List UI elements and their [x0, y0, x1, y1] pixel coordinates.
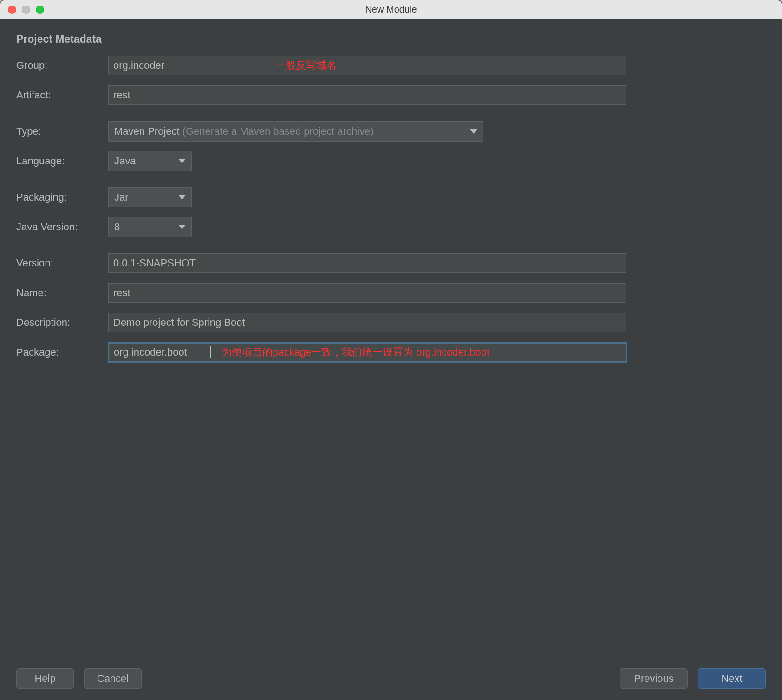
row-language: Language: Java [16, 150, 766, 172]
section-title: Project Metadata [16, 33, 766, 45]
language-select[interactable]: Java [108, 151, 192, 171]
row-group: Group: 一般反写域名 [16, 55, 766, 76]
row-description: Description: [16, 312, 766, 333]
java-version-select-value: 8 [114, 221, 120, 233]
label-name: Name: [16, 287, 108, 299]
chevron-down-icon [178, 225, 186, 229]
new-module-dialog: New Module Project Metadata Group: 一般反写域… [0, 0, 782, 700]
close-icon[interactable] [8, 6, 16, 14]
label-packaging: Packaging: [16, 191, 108, 203]
type-select-hint: (Generate a Maven based project archive) [182, 125, 374, 137]
row-version: Version: [16, 253, 766, 274]
language-select-value: Java [114, 155, 136, 167]
previous-button[interactable]: Previous [620, 668, 688, 689]
type-select[interactable]: Maven Project (Generate a Maven based pr… [108, 121, 483, 142]
label-group: Group: [16, 59, 108, 71]
row-packaging: Packaging: Jar [16, 187, 766, 208]
group-input[interactable] [108, 56, 626, 75]
java-version-select[interactable]: 8 [108, 217, 192, 237]
package-input[interactable] [108, 343, 626, 362]
chevron-down-icon [178, 195, 186, 200]
name-input[interactable] [108, 283, 626, 303]
packaging-select[interactable]: Jar [108, 187, 192, 207]
row-artifact: Artifact: [16, 84, 766, 106]
window-controls [8, 6, 44, 14]
window-title: New Module [0, 4, 782, 15]
type-select-value: Maven Project [114, 125, 180, 137]
next-button[interactable]: Next [698, 668, 766, 689]
label-type: Type: [16, 125, 108, 137]
text-cursor [210, 346, 211, 358]
label-language: Language: [16, 155, 108, 167]
description-input[interactable] [108, 313, 626, 332]
label-description: Description: [16, 317, 108, 329]
packaging-select-value: Jar [114, 191, 129, 203]
chevron-down-icon [178, 159, 186, 163]
row-name: Name: [16, 282, 766, 304]
artifact-input[interactable] [108, 85, 626, 105]
row-java-version: Java Version: 8 [16, 216, 766, 238]
label-package: Package: [16, 346, 108, 358]
version-input[interactable] [108, 253, 626, 273]
help-button[interactable]: Help [16, 668, 74, 689]
chevron-down-icon [470, 129, 477, 134]
titlebar: New Module [0, 0, 782, 19]
dialog-footer: Help Cancel Previous Next [0, 658, 782, 700]
dialog-body: Project Metadata Group: 一般反写域名 Artifact: [0, 19, 782, 658]
row-package: Package: 为使项目的package一致，我们统一设置为 org.inco… [16, 342, 766, 363]
label-version: Version: [16, 257, 108, 269]
cancel-button[interactable]: Cancel [84, 668, 142, 689]
minimize-icon [22, 6, 30, 14]
form: Group: 一般反写域名 Artifact: Type: Maven Proj… [16, 55, 766, 371]
row-type: Type: Maven Project (Generate a Maven ba… [16, 121, 766, 142]
zoom-icon[interactable] [36, 6, 44, 14]
label-artifact: Artifact: [16, 89, 108, 101]
label-java-version: Java Version: [16, 221, 108, 233]
